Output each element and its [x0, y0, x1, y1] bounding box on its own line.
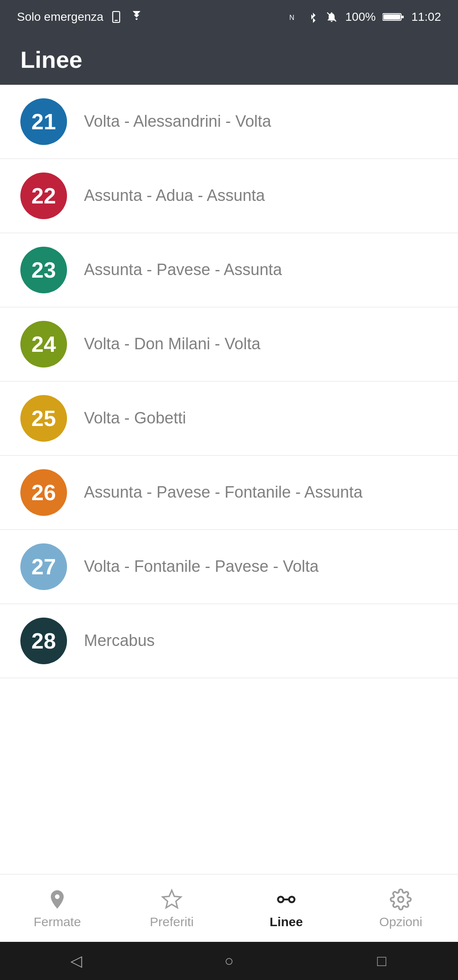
line-item-25[interactable]: 25Volta - Gobetti: [0, 381, 458, 456]
nav-fermate-label: Fermate: [34, 915, 81, 929]
wifi-icon: [129, 11, 144, 23]
status-bar: Solo emergenza N 100% 11:02: [0, 0, 458, 34]
line-item-27[interactable]: 27Volta - Fontanile - Pavese - Volta: [0, 530, 458, 604]
line-item-28[interactable]: 28Mercabus: [0, 604, 458, 678]
android-nav-bar: ◁ ○ □: [0, 942, 458, 980]
line-badge-28: 28: [20, 618, 67, 664]
linee-icon: [274, 888, 298, 911]
battery-text: 100%: [345, 10, 376, 24]
line-number-24: 24: [31, 331, 56, 357]
nav-preferiti[interactable]: Preferiti: [114, 874, 229, 942]
line-name-27: Volta - Fontanile - Pavese - Volta: [84, 556, 438, 577]
line-name-28: Mercabus: [84, 630, 438, 651]
back-button[interactable]: ◁: [59, 948, 93, 974]
line-name-23: Assunta - Pavese - Assunta: [84, 259, 438, 280]
nav-opzioni[interactable]: Opzioni: [344, 874, 458, 942]
line-number-25: 25: [31, 406, 56, 431]
line-badge-22: 22: [20, 173, 67, 219]
bottom-nav: Fermate Preferiti Linee Opzioni: [0, 874, 458, 942]
line-name-26: Assunta - Pavese - Fontanile - Assunta: [84, 482, 438, 503]
line-badge-26: 26: [20, 469, 67, 516]
line-item-23[interactable]: 23Assunta - Pavese - Assunta: [0, 233, 458, 307]
page-title: Linee: [20, 46, 82, 73]
line-name-25: Volta - Gobetti: [84, 408, 438, 429]
phone-icon: [110, 11, 122, 23]
line-name-21: Volta - Alessandrini - Volta: [84, 111, 438, 132]
nfc-icon: N: [288, 11, 301, 23]
svg-point-8: [289, 896, 295, 902]
line-item-22[interactable]: 22Assunta - Adua - Assunta: [0, 159, 458, 233]
svg-point-10: [398, 896, 404, 902]
nav-preferiti-label: Preferiti: [150, 915, 193, 929]
app-bar: Linee: [0, 34, 458, 85]
line-name-22: Assunta - Adua - Assunta: [84, 185, 438, 206]
status-left: Solo emergenza: [17, 10, 144, 24]
fermate-icon: [45, 888, 69, 911]
line-name-24: Volta - Don Milani - Volta: [84, 334, 438, 354]
line-item-26[interactable]: 26Assunta - Pavese - Fontanile - Assunta: [0, 456, 458, 530]
home-button[interactable]: ○: [212, 948, 246, 974]
nav-opzioni-label: Opzioni: [379, 915, 422, 929]
content-spacer: [0, 678, 458, 763]
emergency-text: Solo emergenza: [17, 10, 103, 24]
nav-linee-label: Linee: [270, 915, 303, 929]
line-badge-25: 25: [20, 395, 67, 442]
line-number-21: 21: [31, 109, 56, 134]
alarm-off-icon: [325, 11, 338, 23]
svg-rect-5: [383, 14, 400, 19]
preferiti-icon: [160, 888, 184, 911]
svg-rect-6: [401, 16, 404, 18]
recent-button[interactable]: □: [365, 948, 399, 974]
lines-list: 21Volta - Alessandrini - Volta22Assunta …: [0, 85, 458, 874]
battery-icon: [383, 11, 405, 23]
time-text: 11:02: [411, 10, 441, 24]
line-number-27: 27: [31, 554, 56, 579]
line-number-23: 23: [31, 257, 56, 283]
svg-text:N: N: [290, 14, 295, 21]
line-badge-27: 27: [20, 543, 67, 590]
nav-linee[interactable]: Linee: [229, 874, 344, 942]
bluetooth-icon: [308, 11, 318, 23]
line-badge-24: 24: [20, 321, 67, 368]
line-number-26: 26: [31, 480, 56, 505]
line-number-22: 22: [31, 183, 56, 209]
line-badge-23: 23: [20, 247, 67, 293]
status-right: N 100% 11:02: [288, 10, 441, 24]
svg-point-7: [278, 896, 284, 902]
line-item-24[interactable]: 24Volta - Don Milani - Volta: [0, 307, 458, 381]
opzioni-icon: [389, 888, 413, 911]
line-badge-21: 21: [20, 98, 67, 145]
line-number-28: 28: [31, 628, 56, 654]
nav-fermate[interactable]: Fermate: [0, 874, 114, 942]
line-item-21[interactable]: 21Volta - Alessandrini - Volta: [0, 85, 458, 159]
